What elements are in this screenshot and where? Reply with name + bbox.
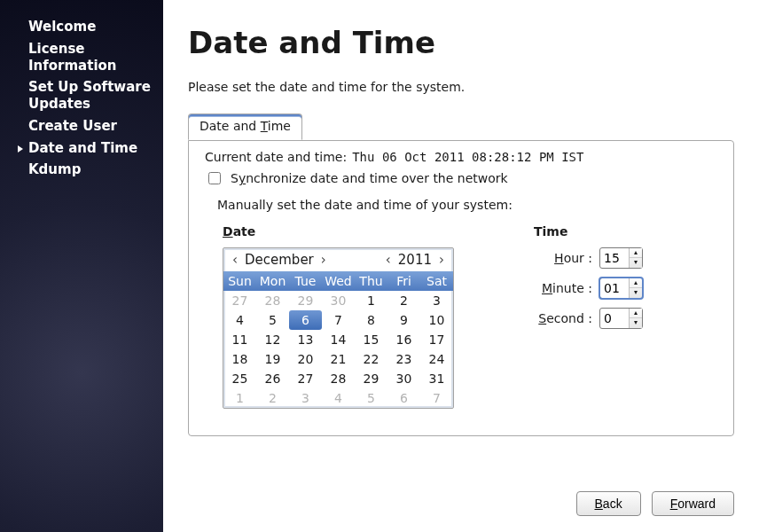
calendar-day[interactable]: 25: [223, 369, 256, 388]
sidebar-item-label: Create User: [28, 118, 117, 135]
second-down-button[interactable]: ▾: [630, 318, 642, 328]
sidebar-item-3[interactable]: Create User: [0, 115, 163, 137]
date-section: Date ‹ December › ‹ 2011 ›: [223, 224, 454, 409]
page-description: Please set the date and time for the sys…: [188, 80, 734, 94]
calendar-day[interactable]: 6: [289, 310, 322, 330]
hour-label: Hour :: [534, 251, 592, 265]
calendar-dayheader: Sat: [420, 271, 453, 291]
calendar-day[interactable]: 16: [387, 330, 420, 349]
wizard-steps-sidebar: WelcomeLicense InformationSet Up Softwar…: [0, 0, 163, 532]
hour-up-button[interactable]: ▴: [630, 248, 642, 258]
second-spin: ▴ ▾: [599, 308, 643, 329]
calendar-day[interactable]: 17: [420, 330, 453, 349]
hour-input[interactable]: [600, 248, 629, 268]
calendar-day[interactable]: 13: [289, 330, 322, 349]
calendar-day[interactable]: 2: [387, 291, 420, 310]
calendar-day[interactable]: 19: [256, 349, 289, 369]
sidebar-item-4[interactable]: Date and Time: [0, 137, 163, 160]
tab-label-underline: T: [261, 119, 268, 133]
calendar-dayheader: Tue: [289, 271, 322, 291]
calendar-day[interactable]: 24: [420, 349, 453, 369]
minute-down-button[interactable]: ▾: [630, 288, 642, 298]
calendar-day[interactable]: 1: [355, 291, 387, 310]
prev-month-button[interactable]: ‹: [229, 252, 241, 268]
calendar-day[interactable]: 5: [355, 388, 387, 408]
calendar-day[interactable]: 6: [387, 388, 420, 408]
calendar-dayheader: Thu: [355, 271, 387, 291]
minute-spin: ▴ ▾: [599, 278, 643, 299]
calendar-day[interactable]: 7: [322, 310, 355, 330]
calendar-day[interactable]: 18: [223, 349, 256, 369]
tab-label-post: ime: [268, 119, 291, 133]
minute-up-button[interactable]: ▴: [630, 278, 642, 288]
calendar-day[interactable]: 23: [387, 349, 420, 369]
hour-down-button[interactable]: ▾: [630, 258, 642, 268]
calendar-dayheader: Mon: [256, 271, 289, 291]
calendar-day[interactable]: 10: [420, 310, 453, 330]
calendar-day[interactable]: 22: [355, 349, 387, 369]
second-label: Second :: [534, 311, 592, 325]
date-time-panel: Current date and time: Thu 06 Oct 2011 0…: [188, 140, 734, 436]
calendar-day[interactable]: 21: [322, 349, 355, 369]
calendar-day[interactable]: 30: [387, 369, 420, 388]
forward-button[interactable]: Forward: [652, 491, 734, 516]
calendar-day[interactable]: 12: [256, 330, 289, 349]
calendar-day[interactable]: 14: [322, 330, 355, 349]
sidebar-item-1[interactable]: License Information: [0, 38, 163, 77]
sidebar-item-label: Set Up Software Updates: [28, 79, 154, 113]
calendar-grid: SunMonTueWedThuFriSat 272829301234567891…: [223, 271, 453, 408]
prev-year-button[interactable]: ‹: [382, 252, 395, 268]
next-year-button[interactable]: ›: [435, 252, 448, 268]
calendar-day[interactable]: 31: [420, 369, 453, 388]
second-input[interactable]: [600, 309, 629, 328]
sync-network-checkbox[interactable]: [208, 172, 221, 184]
main-content: Date and Time Please set the date and ti…: [163, 0, 759, 532]
calendar-day[interactable]: 2: [256, 388, 289, 408]
calendar-day[interactable]: 28: [322, 369, 355, 388]
tab-date-and-time[interactable]: Date and Time: [188, 113, 302, 140]
calendar-dayheader: Wed: [322, 271, 355, 291]
time-section-title: Time: [534, 224, 643, 239]
sidebar-item-2[interactable]: Set Up Software Updates: [0, 76, 163, 115]
calendar-day[interactable]: 15: [355, 330, 387, 349]
tab-strip: Date and Time: [188, 113, 734, 140]
calendar-year[interactable]: 2011: [398, 252, 432, 268]
calendar-dayheader: Fri: [387, 271, 420, 291]
calendar-day[interactable]: 5: [256, 310, 289, 330]
calendar-day[interactable]: 26: [256, 369, 289, 388]
calendar-day[interactable]: 7: [420, 388, 453, 408]
calendar-day[interactable]: 9: [387, 310, 420, 330]
calendar-day[interactable]: 30: [322, 291, 355, 310]
calendar-month[interactable]: December: [245, 252, 314, 268]
sync-network-row[interactable]: Synchronize date and time over the netwo…: [205, 169, 717, 187]
second-up-button[interactable]: ▴: [630, 309, 642, 318]
manual-set-label: Manually set the date and time of your s…: [217, 198, 717, 212]
calendar-day[interactable]: 4: [223, 310, 256, 330]
calendar-day[interactable]: 11: [223, 330, 256, 349]
calendar-day[interactable]: 29: [289, 291, 322, 310]
calendar-day[interactable]: 8: [355, 310, 387, 330]
date-section-title: Date: [223, 224, 454, 239]
setup-wizard: WelcomeLicense InformationSet Up Softwar…: [0, 0, 759, 532]
sidebar-item-0[interactable]: Welcome: [0, 16, 163, 38]
calendar-day[interactable]: 3: [420, 291, 453, 310]
minute-label: Minute :: [534, 281, 592, 295]
calendar-day[interactable]: 29: [355, 369, 387, 388]
calendar-day[interactable]: 28: [256, 291, 289, 310]
current-datetime-label: Current date and time:: [205, 150, 347, 164]
page-title: Date and Time: [188, 25, 734, 60]
sidebar-item-5[interactable]: Kdump: [0, 159, 163, 181]
back-button[interactable]: Back: [576, 491, 641, 516]
calendar-day[interactable]: 27: [289, 369, 322, 388]
next-month-button[interactable]: ›: [317, 252, 330, 268]
calendar-dayheader: Sun: [223, 271, 256, 291]
time-section: Time Hour : ▴ ▾ Minute :: [534, 224, 643, 338]
calendar-day[interactable]: 1: [223, 388, 256, 408]
calendar-day[interactable]: 20: [289, 349, 322, 369]
minute-input[interactable]: [600, 278, 629, 298]
sync-network-label: Synchronize date and time over the netwo…: [231, 171, 508, 185]
calendar-day[interactable]: 27: [223, 291, 256, 310]
calendar-day[interactable]: 3: [289, 388, 322, 408]
tab-label-pre: Date and: [200, 119, 261, 133]
calendar-day[interactable]: 4: [322, 388, 355, 408]
